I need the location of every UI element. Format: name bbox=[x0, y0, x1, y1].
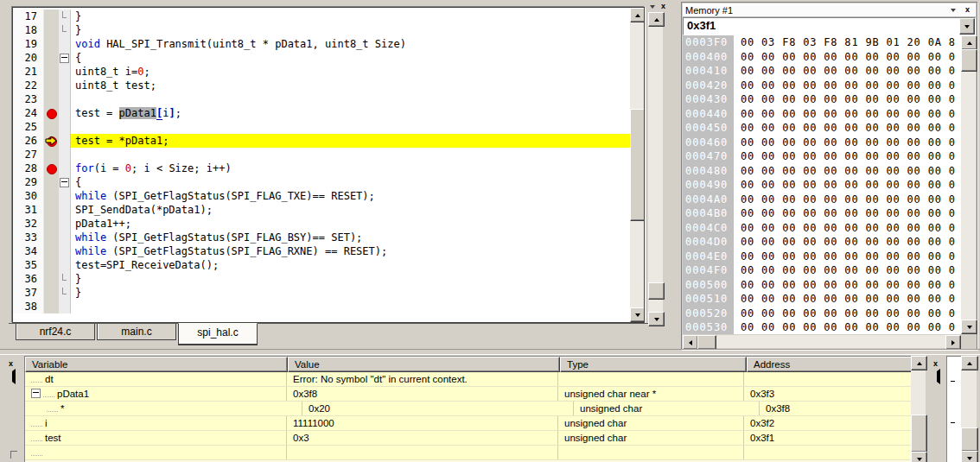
watch-window[interactable]: VariableValueTypeAddress dtError: No sym… bbox=[24, 356, 912, 462]
watch-row[interactable]: test0x3unsigned char0x3f1 bbox=[25, 431, 911, 446]
value-cell[interactable] bbox=[287, 446, 558, 459]
breakpoint-gutter[interactable] bbox=[43, 37, 59, 51]
memory-bytes[interactable]: 00 00 00 00 00 00 00 00 00 00 0 bbox=[734, 206, 956, 221]
memory-vscrollbar[interactable] bbox=[961, 35, 976, 334]
code-line[interactable]: 23 bbox=[13, 92, 630, 106]
close-icon[interactable]: x bbox=[658, 2, 669, 12]
memory-bytes[interactable]: 00 00 00 00 00 00 00 00 00 00 0 bbox=[734, 263, 956, 278]
memory-row[interactable]: 00053000 00 00 00 00 00 00 00 00 00 0 bbox=[683, 320, 961, 334]
memory-row[interactable]: 0004B000 00 00 00 00 00 00 00 00 00 0 bbox=[683, 206, 961, 221]
memory-bytes[interactable]: 00 00 00 00 00 00 00 00 00 00 0 bbox=[734, 178, 956, 193]
watch-vscroll-thumb[interactable] bbox=[911, 415, 927, 453]
value-cell[interactable]: 11111000 bbox=[287, 416, 558, 430]
column-header-value[interactable]: Value bbox=[288, 357, 560, 372]
code-lines-container[interactable]: 17}18}19void HAL_SPI_Transmit(uint8_t * … bbox=[13, 8, 630, 322]
memory-bytes[interactable]: 00 00 00 00 00 00 00 00 00 00 0 bbox=[734, 307, 956, 321]
scroll-up-button[interactable] bbox=[961, 35, 977, 50]
scroll-down-button[interactable] bbox=[648, 312, 665, 326]
window-menu-icon[interactable] bbox=[650, 5, 655, 9]
code-line[interactable]: 24test = pData1[i]; bbox=[13, 106, 630, 120]
value-cell[interactable]: Error: No symbol "dt" in current context… bbox=[287, 372, 558, 386]
breakpoint-gutter[interactable] bbox=[43, 161, 59, 175]
memory-bytes[interactable]: 00 00 00 00 00 00 00 00 00 00 0 bbox=[734, 221, 956, 236]
memory-row[interactable]: 0004C000 00 00 00 00 00 00 00 00 00 0 bbox=[683, 221, 961, 236]
editor-vscrollbar[interactable] bbox=[630, 8, 644, 322]
memory-row[interactable]: 00050000 00 00 00 00 00 00 00 00 00 0 bbox=[683, 278, 961, 293]
variable-cell[interactable] bbox=[25, 446, 287, 459]
side-vscroll-thumb[interactable] bbox=[961, 427, 978, 452]
code-line[interactable]: 32pData1++; bbox=[13, 217, 630, 231]
memory-row[interactable]: 00049000 00 00 00 00 00 00 00 00 00 0 bbox=[683, 178, 961, 193]
code-line[interactable]: 27 bbox=[13, 148, 630, 161]
memory-vscroll-thumb[interactable] bbox=[961, 49, 977, 72]
memory-window-titlebar[interactable]: Memory #1 x bbox=[683, 3, 976, 17]
memory-row[interactable]: 0004D000 00 00 00 00 00 00 00 00 00 0 bbox=[683, 235, 961, 250]
memory-row[interactable]: 00044000 00 00 00 00 00 00 00 00 00 0 bbox=[683, 107, 961, 122]
memory-bytes[interactable]: 00 03 F8 03 F8 81 9B 01 20 0A 8 bbox=[734, 35, 956, 50]
scroll-up-button[interactable] bbox=[630, 8, 645, 22]
breakpoint-gutter[interactable] bbox=[43, 65, 59, 79]
code-line[interactable]: 36} bbox=[13, 272, 630, 286]
code-line[interactable]: 28for(i = 0; i < Size; i++) bbox=[13, 161, 630, 175]
memory-bytes[interactable]: 00 00 00 00 00 00 00 00 00 00 0 bbox=[734, 107, 956, 122]
breakpoint-gutter[interactable] bbox=[43, 120, 59, 134]
watch-rows-container[interactable]: dtError: No symbol "dt" in current conte… bbox=[25, 372, 911, 460]
code-line[interactable]: 31SPI_SendData(*pData1); bbox=[13, 203, 630, 217]
code-line[interactable]: 19void HAL_SPI_Transmit(uint8_t * pData1… bbox=[13, 37, 630, 51]
breakpoint-gutter[interactable] bbox=[43, 286, 59, 300]
scroll-down-button[interactable] bbox=[911, 452, 927, 462]
memory-hex-grid[interactable]: 0003F000 03 F8 03 F8 81 9B 01 20 0A 8000… bbox=[683, 35, 961, 334]
breakpoint-gutter[interactable] bbox=[43, 92, 59, 106]
memory-row[interactable]: 00047000 00 00 00 00 00 00 00 00 00 0 bbox=[683, 149, 961, 164]
tree-collapse-icon[interactable] bbox=[31, 389, 41, 398]
memory-row[interactable]: 0004A000 00 00 00 00 00 00 00 00 00 0 bbox=[683, 193, 961, 207]
code-line[interactable]: 33while (SPI_GetFlagStatus(SPI_FLAG_BSY)… bbox=[13, 231, 630, 244]
watch-row[interactable]: *0x20unsigned char0x3f8 bbox=[25, 402, 911, 416]
collapse-arrow-icon[interactable] bbox=[12, 369, 16, 384]
scroll-up-button[interactable] bbox=[648, 12, 665, 27]
code-line[interactable]: 34while (SPI_GetFlagStatus(SPI_FLAG_RXNE… bbox=[13, 244, 630, 258]
memory-bytes[interactable]: 00 00 00 00 00 00 00 00 00 00 0 bbox=[734, 92, 956, 107]
memory-bytes[interactable]: 00 00 00 00 00 00 00 00 00 00 0 bbox=[734, 121, 956, 136]
collapse-arrow-icon[interactable] bbox=[937, 369, 940, 384]
memory-row[interactable]: 00042000 00 00 00 00 00 00 00 00 00 0 bbox=[683, 79, 961, 93]
code-line[interactable]: 17} bbox=[13, 9, 630, 23]
column-header-address[interactable]: Address bbox=[747, 357, 912, 372]
memory-bytes[interactable]: 00 00 00 00 00 00 00 00 00 00 0 bbox=[734, 136, 956, 150]
value-cell[interactable]: 0x3f8 bbox=[287, 387, 558, 401]
memory-row[interactable]: 00041000 00 00 00 00 00 00 00 00 00 0 bbox=[683, 64, 961, 79]
breakpoint-gutter[interactable] bbox=[43, 217, 59, 231]
memory-row[interactable]: 0004E000 00 00 00 00 00 00 00 00 00 0 bbox=[683, 250, 961, 264]
mini-strip-thumb[interactable] bbox=[648, 282, 665, 300]
memory-address-input[interactable]: 0x3f1 bbox=[683, 17, 976, 35]
close-icon[interactable]: x bbox=[9, 359, 13, 368]
scroll-down-button[interactable] bbox=[630, 307, 645, 322]
memory-row[interactable]: 00046000 00 00 00 00 00 00 00 00 00 0 bbox=[683, 136, 961, 150]
breakpoint-gutter[interactable] bbox=[43, 106, 59, 120]
scroll-left-button[interactable] bbox=[683, 335, 698, 350]
scroll-up-button[interactable] bbox=[911, 356, 927, 370]
scroll-up-button[interactable] bbox=[961, 356, 978, 370]
memory-bytes[interactable]: 00 00 00 00 00 00 00 00 00 00 0 bbox=[734, 164, 956, 179]
breakpoint-gutter[interactable] bbox=[43, 148, 59, 161]
editor-vscroll-thumb[interactable] bbox=[630, 109, 645, 221]
window-menu-icon[interactable] bbox=[951, 9, 956, 12]
tab-spi_hal.c[interactable]: spi_hal.c bbox=[178, 323, 258, 345]
memory-hscroll-thumb[interactable] bbox=[697, 335, 716, 350]
memory-row[interactable]: 00045000 00 00 00 00 00 00 00 00 00 0 bbox=[683, 121, 961, 136]
memory-bytes[interactable]: 00 00 00 00 00 00 00 00 00 00 0 bbox=[734, 64, 956, 79]
breakpoint-gutter[interactable] bbox=[43, 51, 59, 65]
memory-bytes[interactable]: 00 00 00 00 00 00 00 00 00 00 0 bbox=[734, 193, 956, 207]
scroll-down-button[interactable] bbox=[961, 451, 978, 462]
watch-row[interactable] bbox=[25, 446, 911, 460]
breakpoint-gutter[interactable] bbox=[43, 189, 59, 203]
column-header-type[interactable]: Type bbox=[560, 357, 747, 372]
fold-collapse-icon[interactable] bbox=[60, 178, 69, 187]
address-dropdown-button[interactable] bbox=[959, 18, 975, 35]
memory-row[interactable]: 0003F000 03 F8 03 F8 81 9B 01 20 0A 8 bbox=[683, 35, 961, 50]
code-line[interactable]: 35test=SPI_ReceiveData(); bbox=[13, 258, 630, 272]
code-line[interactable]: 30while (SPI_GetFlagStatus(SPI_FLAG_TXE)… bbox=[13, 189, 630, 203]
close-icon[interactable]: x bbox=[962, 5, 973, 16]
code-line[interactable]: 26test = *pData1; bbox=[13, 134, 630, 148]
mini-strip-vscrollbar[interactable] bbox=[648, 12, 663, 326]
